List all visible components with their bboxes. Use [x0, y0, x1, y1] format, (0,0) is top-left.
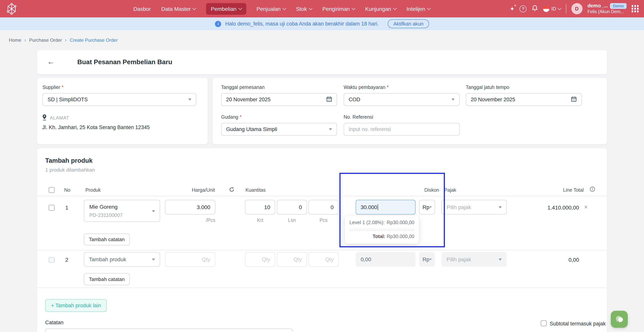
notifications-bell-icon[interactable]: [532, 4, 538, 13]
caret-down-icon: [452, 98, 454, 100]
select-all-checkbox[interactable]: [49, 187, 54, 193]
row2-product-select[interactable]: Tambah produk: [84, 252, 160, 267]
chevron-down-icon: [309, 6, 312, 10]
tanggal-pemesanan-input[interactable]: 20 November 2025: [221, 93, 337, 106]
no-referensi-input[interactable]: [344, 123, 460, 136]
discount-total-label: Total:: [373, 234, 386, 239]
row2-add-note-button[interactable]: Tambah catatan: [84, 273, 130, 285]
row2-qty3-input[interactable]: Qty: [308, 252, 338, 267]
menu-intelijen[interactable]: Intelijen: [406, 6, 430, 12]
trial-banner: i Halo demo_felis, masa uji coba Anda ak…: [0, 18, 644, 30]
breadcrumb-separator: ›: [65, 37, 67, 43]
row1-product-code: PD-231100007: [89, 212, 123, 218]
chevron-down-icon: [352, 6, 355, 10]
avatar[interactable]: D: [571, 3, 582, 14]
row1-price-input[interactable]: 3.000: [165, 200, 215, 214]
breadcrumb-home[interactable]: Home: [9, 37, 21, 43]
activate-account-button[interactable]: Aktifkan akun: [388, 19, 429, 28]
row1-unit2: Lsn: [277, 218, 307, 223]
notes-label: Catatan: [45, 320, 64, 326]
user-subtitle: Felis (Akun Dem...: [587, 9, 626, 15]
menu-pembelian[interactable]: Pembelian: [206, 3, 246, 14]
row1-add-note-button[interactable]: Tambah catatan: [84, 234, 130, 246]
caret-down-icon: [188, 98, 191, 100]
col-diskon: Diskon: [385, 188, 439, 193]
waktu-pembayaran-select[interactable]: COD: [344, 93, 460, 106]
back-arrow-button[interactable]: ←: [47, 58, 54, 66]
page-title: Buat Pesanan Pembelian Baru: [77, 58, 172, 66]
row2-number: 2: [65, 257, 68, 263]
indonesia-flag-icon: [543, 6, 549, 12]
row2-qty1-input[interactable]: Qty: [245, 252, 275, 267]
line-total-info-icon[interactable]: [590, 186, 595, 194]
help-icon[interactable]: ?: [520, 5, 526, 12]
menu-kunjungan[interactable]: Kunjungan: [365, 6, 396, 12]
row1-discount-input[interactable]: 30.000: [356, 200, 416, 214]
row2-discount-input: 0,00: [356, 252, 416, 267]
menu-penjualan[interactable]: Penjualan: [256, 6, 286, 12]
caret-down-icon: [152, 210, 155, 212]
discount-level-value: Rp30.000,00: [387, 220, 414, 225]
row2-tax-select: Pilih pajak: [442, 252, 507, 267]
menu-dasbor[interactable]: Dasbor: [133, 6, 151, 12]
row1-line-total: 1.410.000,00: [525, 204, 579, 211]
menu-stok[interactable]: Stok: [296, 6, 312, 12]
gudang-label: Gudang *: [221, 114, 242, 120]
subtotal-tax-checkbox[interactable]: [541, 320, 546, 326]
refresh-price-icon[interactable]: [229, 187, 235, 194]
top-navbar: Dasbor Data Master Pembelian Penjualan S…: [0, 0, 644, 18]
row2-price-input[interactable]: Qty: [165, 252, 215, 267]
col-kuantitas: Kuantitas: [246, 188, 266, 193]
col-produk: Produk: [86, 188, 101, 193]
discount-level-popover: Level 1 (2.08%): Rp30.000,00 Total: Rp30…: [345, 216, 419, 244]
divider: [350, 230, 414, 231]
divider: [37, 288, 607, 288]
language-selector[interactable]: ID: [543, 6, 561, 12]
caret-down-icon: [329, 128, 332, 130]
supplier-card: Supplier * SD | SimpliDOTS ALAMAT Jl. Kh…: [37, 78, 208, 144]
apps-grid-icon[interactable]: [632, 5, 638, 12]
no-referensi-label: No. Referensi: [344, 114, 373, 120]
chevron-down-icon: [427, 6, 431, 10]
row1-currency-select[interactable]: Rp: [419, 200, 435, 214]
chat-support-button[interactable]: [611, 311, 628, 328]
row2-line-total: 0,00: [525, 257, 579, 263]
row1-qty3-input[interactable]: 0: [308, 200, 338, 214]
text-cursor: [378, 204, 378, 210]
row2-qty2-input[interactable]: Qty: [277, 252, 307, 267]
menu-pengiriman[interactable]: Pengiriman: [322, 6, 355, 12]
menu-data-master[interactable]: Data Master: [161, 6, 196, 12]
page-title-card: ← Buat Pesanan Pembelian Baru: [37, 50, 607, 74]
row1-unit3: Pcs: [308, 218, 338, 223]
row1-product-select[interactable]: Mie Goreng PD-231100007: [84, 200, 160, 222]
products-section-title: Tambah produk: [45, 157, 92, 164]
row2-checkbox[interactable]: [49, 257, 54, 263]
caret-down-icon: [430, 258, 432, 260]
divider: [350, 229, 414, 229]
tanggal-pemesanan-label: Tanggal pemesanan: [221, 85, 264, 90]
col-no: No: [64, 188, 70, 193]
chevron-down-icon: [238, 6, 242, 10]
address-label: ALAMAT: [50, 115, 69, 120]
tanggal-jatuh-tempo-input[interactable]: 20 November 2025: [466, 93, 582, 106]
row1-qty1-input[interactable]: 10: [245, 200, 275, 214]
breadcrumb-purchase-order[interactable]: Purchase Order: [29, 37, 62, 43]
discount-level-label: Level 1 (2.08%):: [350, 220, 384, 225]
purchase-order-page: Dasbor Data Master Pembelian Penjualan S…: [0, 0, 644, 332]
add-product-button[interactable]: + Tambah produk lain: [45, 299, 107, 312]
ai-sparkle-icon[interactable]: ✦✦: [510, 6, 514, 12]
row1-remove-button[interactable]: ×: [584, 204, 588, 211]
order-form-card: Tanggal pemesanan 20 November 2025 Waktu…: [212, 78, 607, 144]
gudang-select[interactable]: Gudang Utama Simpli: [221, 123, 337, 136]
divider: [566, 4, 566, 13]
user-info[interactable]: demo_... Demo Felis (Akun Dem...: [587, 3, 626, 14]
row1-qty2-input[interactable]: 0: [277, 200, 307, 214]
brand-logo-icon[interactable]: [6, 3, 17, 16]
trial-banner-message: Halo demo_felis, masa uji coba Anda akan…: [225, 21, 379, 27]
supplier-select[interactable]: SD | SimpliDOTS: [42, 93, 196, 106]
notes-textarea[interactable]: [45, 328, 292, 332]
row1-checkbox[interactable]: [49, 205, 54, 211]
row1-unit1: Krt: [245, 218, 275, 223]
row1-tax-select[interactable]: Pilih pajak: [442, 200, 507, 214]
breadcrumb-separator: ›: [24, 37, 26, 43]
